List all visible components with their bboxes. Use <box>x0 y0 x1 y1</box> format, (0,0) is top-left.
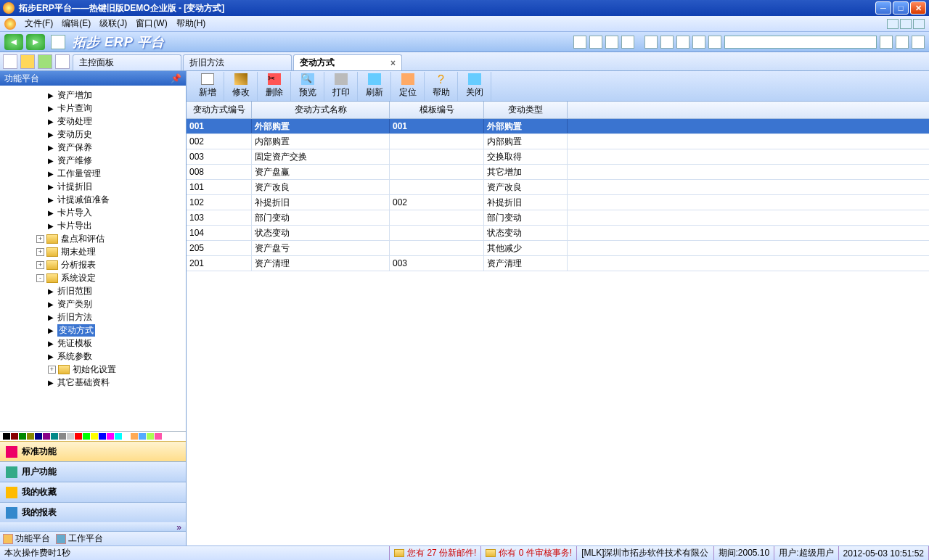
table-row[interactable]: 104状态变动状态变动 <box>187 226 929 241</box>
star-icon[interactable] <box>20 54 35 69</box>
tree-item[interactable]: -系统设定 <box>4 271 186 284</box>
col-type[interactable]: 变动类型 <box>484 102 568 118</box>
color-swatch[interactable] <box>83 433 90 440</box>
color-swatch[interactable] <box>75 433 82 440</box>
color-swatch[interactable] <box>107 433 114 440</box>
tree-item[interactable]: ▶资产维修 <box>4 154 186 167</box>
mdi-close-button[interactable] <box>913 19 925 29</box>
home-icon[interactable] <box>3 54 17 69</box>
banner-icon-11[interactable] <box>912 36 925 49</box>
color-swatch[interactable] <box>11 433 18 440</box>
color-swatch[interactable] <box>147 433 154 440</box>
color-swatch[interactable] <box>51 433 58 440</box>
table-row[interactable]: 003固定资产交换交换取得 <box>187 149 929 165</box>
banner-icon-1[interactable] <box>573 36 586 49</box>
color-swatch[interactable] <box>91 433 98 440</box>
table-row[interactable]: 001外部购置001外部购置 <box>187 119 929 134</box>
search-input[interactable] <box>724 36 877 49</box>
tree-item[interactable]: +盘点和评估 <box>4 232 186 245</box>
color-swatch[interactable] <box>67 433 74 440</box>
color-swatch[interactable] <box>131 433 138 440</box>
view-mode-icon[interactable] <box>55 54 70 69</box>
tree-item[interactable]: ▶折旧方法 <box>4 310 186 324</box>
delete-button[interactable]: ✂删除 <box>258 72 291 101</box>
new-button[interactable]: 新增 <box>191 72 224 101</box>
color-swatch[interactable] <box>27 433 34 440</box>
add-star-icon[interactable] <box>38 54 52 69</box>
banner-icon-5[interactable] <box>644 36 658 49</box>
nav-report[interactable]: 我的报表 <box>0 502 186 522</box>
col-id[interactable]: 变动方式编号 <box>187 102 252 118</box>
nav-back-button[interactable]: ◄ <box>4 34 23 50</box>
preview-button[interactable]: 🔍预览 <box>291 72 324 101</box>
locate-button[interactable]: 定位 <box>391 72 425 101</box>
color-swatch[interactable] <box>123 433 130 440</box>
tree-item[interactable]: ▶计提减值准备 <box>4 193 186 206</box>
expand-icon[interactable]: + <box>36 261 44 269</box>
tree-item[interactable]: +分析报表 <box>4 258 186 271</box>
nav-forward-button[interactable]: ► <box>26 34 45 50</box>
nav-standard[interactable]: 标准功能 <box>0 441 186 461</box>
nav-user[interactable]: 用户功能 <box>0 461 186 482</box>
tree-item[interactable]: ▶卡片导入 <box>4 206 186 219</box>
color-swatch[interactable] <box>155 433 162 440</box>
menu-file[interactable]: 文件(F) <box>25 17 53 30</box>
banner-icon-8[interactable] <box>692 36 705 49</box>
banner-icon-10[interactable] <box>896 36 909 49</box>
close-doc-button[interactable]: 关闭 <box>458 72 491 101</box>
col-template[interactable]: 模板编号 <box>390 102 484 118</box>
col-name[interactable]: 变动方式名称 <box>252 102 390 118</box>
help-button[interactable]: ?帮助 <box>425 72 458 101</box>
expand-icon[interactable]: + <box>36 248 44 256</box>
tab-main[interactable]: 主控面板 <box>73 54 181 70</box>
tree-item[interactable]: ▶计提折旧 <box>4 180 186 193</box>
refresh-button[interactable]: 刷新 <box>358 72 391 101</box>
table-row[interactable]: 002内部购置内部购置 <box>187 134 929 149</box>
tree-item[interactable]: ▶凭证模板 <box>4 337 186 350</box>
banner-icon-9[interactable] <box>708 36 721 49</box>
expand-icon[interactable]: - <box>36 274 44 282</box>
tree-item[interactable]: ▶折旧范围 <box>4 284 186 297</box>
banner-icon-7[interactable] <box>676 36 689 49</box>
banner-icon-4[interactable] <box>621 36 634 49</box>
table-row[interactable]: 201资产清理003资产清理 <box>187 256 929 271</box>
color-swatch[interactable] <box>35 433 42 440</box>
footer-tab-func[interactable]: 功能平台 <box>3 532 50 545</box>
minimize-button[interactable]: ─ <box>875 1 891 15</box>
tree-item[interactable]: ▶资产保养 <box>4 141 186 154</box>
banner-icon-2[interactable] <box>589 36 602 49</box>
mdi-minimize-button[interactable] <box>887 19 899 29</box>
tree-item[interactable]: ▶卡片导出 <box>4 219 186 232</box>
tree-item[interactable]: ▶卡片查询 <box>4 102 186 115</box>
mdi-restore-button[interactable] <box>900 19 912 29</box>
expand-icon[interactable]: + <box>48 366 56 374</box>
maximize-button[interactable]: □ <box>893 1 909 15</box>
pin-icon[interactable]: 📌 <box>171 73 181 83</box>
menu-window[interactable]: 窗口(W) <box>136 17 167 30</box>
banner-icon-6[interactable] <box>660 36 674 49</box>
color-swatch[interactable] <box>59 433 66 440</box>
tree-item[interactable]: +期末处理 <box>4 245 186 258</box>
table-row[interactable]: 101资产改良资产改良 <box>187 180 929 195</box>
nav-collapse-button[interactable]: » <box>0 522 186 531</box>
tab-depreciation[interactable]: 折旧方法 <box>183 54 292 70</box>
tree-item[interactable]: ▶变动历史 <box>4 128 186 141</box>
tree-item[interactable]: +初始化设置 <box>4 363 186 376</box>
banner-icon-3[interactable] <box>605 36 618 49</box>
table-row[interactable]: 008资产盘赢其它增加 <box>187 165 929 180</box>
tree-item[interactable]: ▶工作量管理 <box>4 167 186 180</box>
tree-item[interactable]: ▶资产类别 <box>4 297 186 310</box>
banner-play-icon[interactable] <box>880 36 893 49</box>
menu-edit[interactable]: 编辑(E) <box>62 17 91 30</box>
table-row[interactable]: 205资产盘亏其他减少 <box>187 241 929 256</box>
color-swatch[interactable] <box>115 433 122 440</box>
tree-item[interactable]: ▶其它基础资料 <box>4 376 186 389</box>
edit-button[interactable]: 修改 <box>224 72 258 101</box>
tab-change-mode[interactable]: 变动方式× <box>293 54 402 70</box>
tree-item[interactable]: ▶变动方式 <box>4 324 186 337</box>
table-row[interactable]: 102补提折旧002补提折旧 <box>187 195 929 210</box>
menu-cascade[interactable]: 级联(J) <box>99 17 127 30</box>
print-button[interactable]: 打印 <box>324 72 358 101</box>
color-swatch[interactable] <box>3 433 10 440</box>
color-swatch[interactable] <box>19 433 26 440</box>
